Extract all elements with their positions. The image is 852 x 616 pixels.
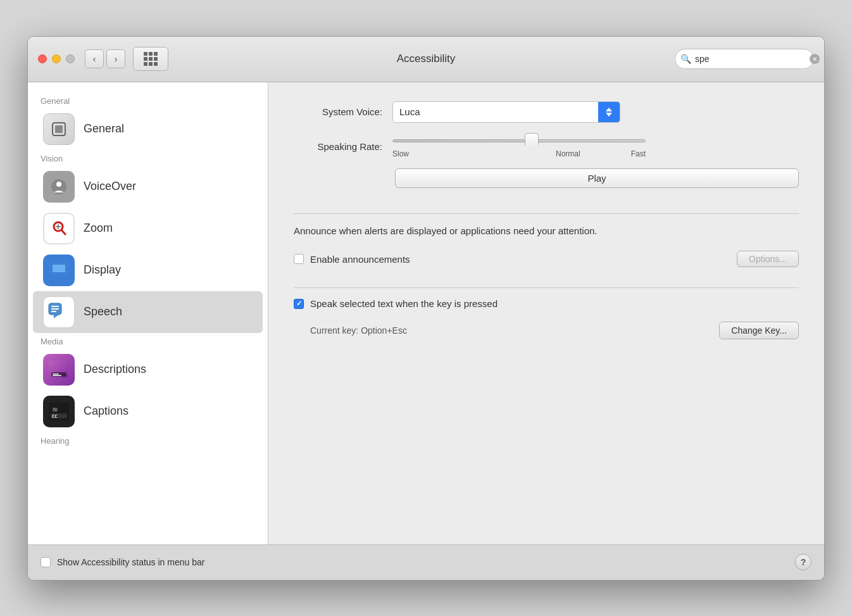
- bottom-bar: Show Accessibility status in menu bar ?: [28, 544, 824, 580]
- arrow-down-icon: [606, 113, 612, 116]
- change-key-button[interactable]: Change Key...: [719, 322, 799, 339]
- speak-selected-label: Speak selected text when the key is pres…: [310, 298, 498, 309]
- zoom-icon: [43, 213, 75, 244]
- traffic-lights: [38, 54, 75, 63]
- arrow-up-icon: [606, 108, 612, 111]
- svg-marker-18: [54, 315, 59, 318]
- current-key-text: Current key: Option+Esc: [310, 325, 407, 336]
- svg-rect-21: [53, 374, 59, 375]
- announce-text: Announce when alerts are displayed or ap…: [294, 224, 799, 239]
- general-label: General: [84, 122, 124, 135]
- voiceover-label: VoiceOver: [84, 180, 136, 193]
- window-title: Accessibility: [397, 53, 456, 65]
- descriptions-icon: [43, 354, 75, 386]
- back-button[interactable]: ‹: [85, 49, 104, 68]
- search-icon: 🔍: [680, 54, 691, 64]
- sidebar-item-zoom[interactable]: Zoom: [33, 208, 263, 249]
- sidebar-item-voiceover[interactable]: VoiceOver: [33, 166, 263, 208]
- slider-container: Slow Normal Fast: [392, 135, 646, 158]
- system-voice-label: System Voice:: [294, 106, 382, 117]
- slider-normal-label: Normal: [556, 149, 580, 158]
- svg-point-3: [56, 182, 61, 187]
- forward-button[interactable]: ›: [106, 49, 125, 68]
- sidebar-item-descriptions[interactable]: Descriptions: [33, 349, 263, 391]
- sidebar-item-captions[interactable]: CC Captions: [33, 391, 263, 432]
- display-icon: [43, 255, 75, 286]
- titlebar: ‹ › Accessibility 🔍 ✕: [28, 37, 824, 82]
- main-content: General General Vision: [28, 82, 824, 544]
- sidebar-section-vision: Vision: [28, 150, 268, 166]
- captions-label: Captions: [84, 405, 128, 418]
- forward-icon: ›: [115, 54, 118, 64]
- display-label: Display: [84, 263, 121, 277]
- right-panel: System Voice: Luca Speaking Rate:: [268, 82, 824, 544]
- svg-rect-15: [51, 306, 59, 307]
- search-clear-button[interactable]: ✕: [810, 54, 820, 64]
- voice-select-value: Luca: [393, 106, 598, 117]
- maximize-button[interactable]: [66, 54, 75, 63]
- back-icon: ‹: [93, 54, 96, 64]
- speech-icon: [43, 296, 75, 328]
- sidebar-item-speech[interactable]: Speech: [33, 291, 263, 333]
- grid-view-button[interactable]: [133, 47, 168, 71]
- captions-icon: CC: [43, 396, 75, 427]
- sidebar-section-hearing: Hearing: [28, 432, 268, 448]
- enable-announcements-row: Enable announcements Options...: [294, 251, 799, 267]
- descriptions-label: Descriptions: [84, 363, 146, 376]
- show-status-checkbox[interactable]: [41, 557, 51, 567]
- general-icon: [43, 113, 75, 145]
- svg-text:CC: CC: [52, 414, 57, 419]
- svg-rect-11: [53, 265, 65, 272]
- sidebar-section-media: Media: [28, 333, 268, 349]
- sidebar-item-display[interactable]: Display: [33, 249, 263, 291]
- slider-bg: [392, 139, 646, 142]
- speech-label: Speech: [84, 305, 122, 318]
- grid-dots-icon: [144, 52, 158, 66]
- voice-select-wrapper[interactable]: Luca: [392, 101, 620, 123]
- zoom-label: Zoom: [84, 222, 113, 235]
- options-button[interactable]: Options...: [737, 251, 799, 267]
- slider-fast-label: Fast: [631, 149, 646, 158]
- close-button[interactable]: [38, 54, 47, 63]
- sidebar-item-general[interactable]: General: [33, 108, 263, 150]
- search-bar: 🔍 ✕: [675, 49, 814, 69]
- slider-track[interactable]: [392, 135, 646, 147]
- enable-announcements-checkbox[interactable]: [294, 254, 304, 264]
- speaking-rate-row: Speaking Rate: Slow Normal Fast: [294, 135, 799, 158]
- sidebar: General General Vision: [28, 82, 268, 544]
- current-key-row: Current key: Option+Esc Change Key...: [294, 322, 799, 339]
- search-input[interactable]: [695, 54, 806, 64]
- minimize-button[interactable]: [52, 54, 61, 63]
- enable-announcements-label: Enable announcements: [310, 254, 410, 265]
- voiceover-icon: [43, 171, 75, 203]
- divider-2: [294, 287, 799, 288]
- voice-select-arrows[interactable]: [598, 101, 620, 123]
- sidebar-section-general: General: [28, 92, 268, 108]
- help-button[interactable]: ?: [795, 554, 811, 570]
- svg-rect-1: [55, 125, 63, 133]
- svg-rect-13: [54, 276, 64, 277]
- slider-slow-label: Slow: [392, 149, 409, 158]
- speak-selected-checkbox[interactable]: [294, 299, 304, 309]
- nav-buttons: ‹ ›: [85, 49, 125, 68]
- speaking-rate-label: Speaking Rate:: [294, 141, 382, 152]
- play-button[interactable]: Play: [395, 168, 799, 188]
- show-status-label: Show Accessibility status in menu bar: [57, 557, 204, 567]
- slider-labels: Slow Normal Fast: [392, 147, 646, 158]
- system-voice-row: System Voice: Luca: [294, 101, 799, 123]
- accessibility-window: ‹ › Accessibility 🔍 ✕ General: [27, 36, 825, 581]
- svg-rect-16: [51, 308, 59, 310]
- svg-rect-22: [53, 375, 61, 376]
- speak-selected-row: Speak selected text when the key is pres…: [294, 298, 799, 309]
- help-icon: ?: [801, 557, 806, 567]
- divider: [294, 213, 799, 214]
- svg-rect-17: [51, 311, 56, 312]
